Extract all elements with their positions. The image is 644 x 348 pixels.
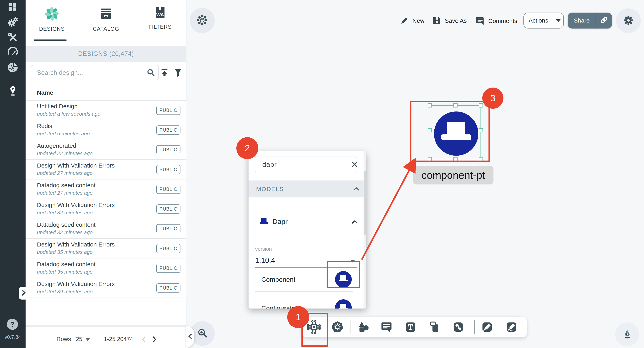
mesh-overview-button[interactable] — [190, 8, 215, 33]
resize-handle-se[interactable] — [479, 157, 483, 161]
design-name: Design With Validation Errors — [37, 202, 115, 208]
table-row[interactable]: Design With Validation Errors updated 39… — [26, 278, 186, 298]
table-row[interactable]: Design With Validation Errors updated 27… — [26, 160, 186, 179]
clear-search-button[interactable] — [351, 157, 358, 172]
tab-designs[interactable]: DESIGNS — [28, 6, 76, 40]
filter-funnel-button[interactable] — [172, 66, 184, 79]
sidebar-item-kanvas[interactable] — [0, 82, 26, 100]
kanvas-pin-icon — [7, 84, 19, 97]
actions-label[interactable]: Actions — [524, 13, 553, 28]
search-icon[interactable] — [144, 65, 158, 80]
annotation-step-3: 3 — [482, 87, 504, 109]
design-search-input[interactable] — [36, 69, 144, 77]
sidebar-item-dashboard[interactable] — [0, 0, 26, 15]
sidebar-item-lifecycle[interactable] — [0, 15, 26, 30]
share-button[interactable]: Share — [568, 12, 612, 28]
sidebar-item-performance[interactable] — [0, 45, 26, 60]
actions-button[interactable]: Actions — [524, 12, 564, 28]
design-name: Datadog seed content — [37, 261, 96, 268]
resize-handle-n[interactable] — [453, 103, 458, 107]
sidebar-item-extensions[interactable] — [0, 60, 26, 75]
resize-handle-w[interactable] — [428, 128, 432, 132]
resize-handle-s[interactable] — [453, 157, 458, 161]
visibility-badge: PUBLIC — [156, 106, 180, 115]
design-updated: updated a few seconds ago — [37, 111, 100, 117]
pencil-icon — [400, 16, 409, 25]
table-row[interactable]: Datadog seed content updated 35 minutes … — [26, 259, 186, 278]
node-name-label[interactable]: component-pt — [413, 166, 494, 184]
version-select-value[interactable]: 1.10.4 — [255, 256, 275, 265]
kubernetes-tool[interactable] — [328, 317, 346, 338]
table-row[interactable]: Datadog seed content updated 27 minutes … — [26, 179, 186, 199]
copy-link-button[interactable] — [596, 12, 612, 28]
sidebar-divider — [0, 78, 26, 78]
table-row[interactable]: Untitled Design updated a few seconds ag… — [26, 100, 186, 120]
table-row[interactable]: Autogenerated updated 22 minutes ago PUB… — [26, 140, 186, 160]
component-row-label: Component — [261, 276, 296, 283]
popup-scrollbar[interactable] — [364, 151, 366, 309]
share-label[interactable]: Share — [568, 12, 596, 28]
pen-mode-button[interactable] — [615, 322, 639, 346]
design-name: Design With Validation Errors — [37, 281, 115, 287]
freehand-draw-tool[interactable] — [502, 317, 521, 338]
comments-label: Comments — [488, 17, 517, 24]
link-icon — [600, 15, 609, 25]
prev-page-button[interactable] — [139, 335, 148, 344]
note-tool[interactable] — [426, 317, 444, 338]
comment-tool[interactable] — [377, 317, 396, 338]
rows-per-page-caret-icon[interactable] — [86, 338, 90, 341]
shapes-tool[interactable] — [354, 317, 372, 338]
dapr-component-icon[interactable] — [335, 271, 352, 288]
component-search-input[interactable] — [262, 160, 351, 169]
save-as-label: Save As — [445, 17, 467, 24]
dapr-configuration-icon[interactable] — [335, 299, 352, 309]
designs-spiral-icon — [44, 6, 60, 22]
dapr-model-icon — [259, 217, 269, 226]
comments-button[interactable]: Comments — [476, 16, 517, 26]
table-row[interactable]: Design With Validation Errors updated 35… — [26, 239, 186, 259]
design-search — [31, 65, 159, 80]
pen-arrow-tool[interactable] — [478, 317, 496, 338]
relationship-tool[interactable] — [449, 317, 468, 338]
collapse-models-icon[interactable] — [352, 184, 361, 193]
tab-catalog-label: CATALOG — [93, 26, 119, 32]
save-as-button[interactable]: Save As — [432, 16, 467, 25]
collapse-dapr-icon[interactable] — [350, 218, 359, 226]
resize-handle-e[interactable] — [479, 128, 483, 132]
new-design-button[interactable]: New — [400, 16, 424, 25]
design-name: Design With Validation Errors — [37, 162, 115, 169]
resize-handle-nw[interactable] — [428, 103, 432, 107]
rows-per-page-select[interactable]: 25 — [76, 336, 82, 343]
sidebar-item-configuration[interactable] — [0, 30, 26, 45]
version-caret-icon[interactable] — [351, 260, 355, 263]
rows-per-page-label: Rows — [56, 336, 71, 343]
models-section-header[interactable]: MODELS — [248, 180, 366, 197]
configuration-row[interactable]: Configuration — [248, 298, 364, 309]
tab-filters[interactable]: WA FILTERS — [136, 6, 184, 40]
settings-button[interactable] — [616, 8, 641, 33]
help-button[interactable]: ? — [7, 319, 18, 330]
design-list: Untitled Design updated a few seconds ag… — [26, 100, 186, 298]
table-row[interactable]: Redis updated 5 minutes ago PUBLIC — [26, 120, 186, 140]
publish-upload-button[interactable] — [158, 66, 171, 79]
designs-panel: DESIGNS CATALOG WA FILTERS DESIGNS (20,4… — [26, 0, 186, 348]
pagination-range: 1-25 20474 — [104, 336, 133, 343]
visibility-badge: PUBLIC — [156, 165, 180, 174]
model-row-dapr[interactable]: Dapr — [248, 213, 366, 231]
design-name: Datadog seed content — [37, 182, 96, 189]
actions-dropdown[interactable] — [553, 13, 563, 28]
design-canvas[interactable]: New Save As Comments Actions Share — [186, 0, 644, 348]
tab-catalog[interactable]: CATALOG — [82, 6, 130, 40]
table-row[interactable]: Datadog seed content updated 32 minutes … — [26, 219, 186, 239]
version-label: version — [255, 246, 272, 252]
filters-wasm-icon: WA — [154, 6, 166, 20]
next-page-button[interactable] — [150, 335, 159, 344]
resize-handle-ne[interactable] — [479, 103, 483, 107]
table-row[interactable]: Design With Validation Errors updated 32… — [26, 199, 186, 219]
resize-handle-sw[interactable] — [428, 157, 432, 161]
popup-scrollbar-thumb[interactable] — [364, 171, 366, 235]
design-updated: updated 39 minutes ago — [37, 289, 93, 295]
text-tool[interactable] — [401, 317, 420, 338]
speedometer-icon — [7, 46, 18, 58]
component-row[interactable]: Component — [248, 268, 364, 291]
